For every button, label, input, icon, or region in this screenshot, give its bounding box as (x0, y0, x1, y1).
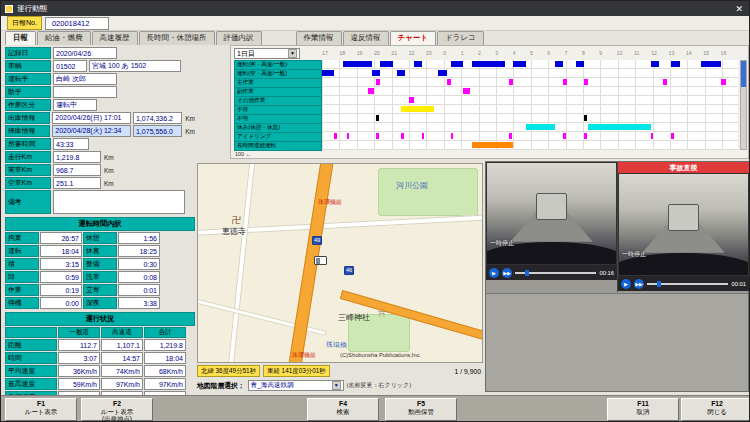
dt-value: 18:04 (40, 245, 82, 257)
operation-status-section-title: 運行状況 (5, 312, 195, 326)
video-before-frame[interactable]: 一時停止 (486, 162, 617, 265)
play-icon[interactable]: ▶ (489, 268, 499, 278)
form-row: 所要時間43:33 (5, 138, 195, 150)
unit-label: Km (103, 177, 114, 189)
ops-value: 97Km/h (101, 378, 143, 390)
field-value[interactable]: 1,074,336.2 (133, 112, 182, 124)
ops-value: 112.7 (58, 339, 100, 351)
dt-label: 洗車 (83, 271, 117, 283)
fk-button-f12[interactable]: F12閉じる (681, 398, 750, 421)
driving-time-table: 拘束26:57休憩1:56運転18:04休息18:25積3:15整備0:30卸0… (5, 232, 195, 309)
gantt-bar (401, 133, 403, 139)
fk-button-f2[interactable]: F2ルート表示(出発地点) (81, 398, 153, 421)
field-label: 走行Km (5, 151, 51, 163)
gantt-row: 長時間連続運転 (234, 141, 738, 150)
field-value[interactable]: 白崎 次郎 (53, 73, 117, 85)
field-value[interactable] (53, 86, 117, 98)
driving-time-row: 積3:15整備0:30 (5, 258, 195, 270)
dt-label: 卸 (5, 271, 39, 283)
video-after-frame[interactable]: 一時停止 (618, 173, 749, 276)
ops-row: 最高速度59Km/h97Km/h97Km/h (5, 378, 195, 390)
dt-label: 立寄 (83, 284, 117, 296)
fk-button-f5[interactable]: F5動画保管 (385, 398, 457, 421)
tab-ドラレコ[interactable]: ドラレコ (437, 31, 484, 45)
scrollbar-thumb[interactable] (741, 61, 746, 87)
tab-チャート[interactable]: チャート (390, 31, 437, 45)
day-selector-dropdown[interactable]: 1日目 ▼ (234, 48, 300, 59)
slider-thumb[interactable] (525, 270, 529, 276)
video-after-header: 事故直後 (618, 162, 749, 173)
tab-日報[interactable]: 日報 (5, 31, 36, 45)
hour-tick: 11 (634, 50, 651, 58)
play-icon[interactable]: ▶ (621, 279, 631, 289)
dt-label: 運転 (5, 245, 39, 257)
ops-header: 一般道 (58, 327, 100, 338)
skip-icon[interactable]: ▶▶ (502, 268, 512, 278)
skip-icon[interactable]: ▶▶ (634, 279, 644, 289)
field-value[interactable]: 宮城 100 あ 1502 (89, 60, 181, 72)
slider-thumb[interactable] (657, 281, 661, 287)
hour-tick: 1 (461, 50, 478, 58)
chart-scrollbar[interactable] (740, 60, 747, 150)
field-value[interactable]: 43:33 (53, 138, 89, 150)
route-number-badge: 46 (344, 266, 354, 275)
field-label: 運転手 (5, 73, 51, 85)
unit-label: Km (103, 164, 114, 176)
field-value[interactable] (53, 190, 185, 214)
ops-value: 97Km/h (144, 378, 186, 390)
close-icon[interactable]: ✕ (731, 4, 747, 14)
map-layer-dropdown[interactable]: 青_海高速鉄調 ▼ (248, 380, 344, 391)
gantt-bar (576, 61, 584, 67)
map-view[interactable]: 河川公園卍恵徳寺珠環橋前三峰神社⛩珠環橋珠環橋前4946 (C)Shobunsh… (197, 163, 483, 363)
day-selector-value: 1日目 (237, 49, 255, 59)
gantt-bar (671, 61, 679, 67)
driving-time-row: 作業0:19立寄0:01 (5, 284, 195, 296)
report-number-field[interactable]: 020018412 (45, 17, 109, 30)
tab-作業情報[interactable]: 作業情報 (296, 31, 342, 45)
fk-button-f1[interactable]: F1ルート表示 (5, 398, 77, 421)
field-value[interactable]: 2020/04/26(日) 17:01 (52, 112, 131, 124)
vehicle-marker[interactable] (314, 256, 327, 265)
gantt-bar (721, 79, 725, 85)
gantt-bar (343, 61, 372, 67)
field-value[interactable]: 運転中 (53, 99, 97, 111)
map-label: 珠環橋 (326, 340, 347, 350)
field-value[interactable]: 01502 (53, 60, 87, 72)
tab-違反情報[interactable]: 違反情報 (343, 31, 389, 45)
hour-tick: 7 (565, 50, 582, 58)
hour-tick: 22 (409, 50, 426, 58)
gantt-bar (451, 61, 463, 67)
fk-label: 動画保管 (386, 408, 456, 415)
field-value[interactable]: 968.7 (53, 164, 101, 176)
fk-button-f4[interactable]: F4検索 (307, 398, 379, 421)
ops-label: 平均速度 (5, 365, 57, 377)
field-value[interactable]: 1,219.8 (53, 151, 101, 163)
tab-高速履歴[interactable]: 高速履歴 (92, 31, 138, 45)
video-seek-slider[interactable] (647, 283, 728, 285)
form-row: 帰庫情報2020/04/28(火) 12:341,075,556.0Km (5, 125, 195, 137)
map-park-area (378, 168, 478, 216)
video-seek-slider[interactable] (515, 272, 596, 274)
dt-value: 3:15 (40, 258, 82, 270)
tab-評価内訳[interactable]: 評価内訳 (216, 31, 262, 45)
field-value[interactable]: 2020/04/28(火) 12:34 (52, 125, 131, 137)
gantt-bar (651, 61, 659, 67)
gantt-row: 不明 (234, 114, 738, 123)
gantt-bar (380, 61, 392, 67)
video-after-incident: 事故直後 一時停止 ▶ ▶▶ 00:01 (618, 162, 749, 292)
gantt-track (322, 87, 738, 96)
ops-header: 合計 (144, 327, 186, 338)
field-value[interactable]: 2020/04/26 (53, 47, 117, 59)
form-row: 出庫情報2020/04/26(日) 17:011,074,336.2Km (5, 112, 195, 124)
field-value[interactable]: 1,075,556.0 (133, 125, 182, 137)
tab-長時間・休憩場所[interactable]: 長時間・休憩場所 (139, 31, 215, 45)
fk-button-f11[interactable]: F11取消 (607, 398, 679, 421)
gantt-row: 休み(休憩・休息) (234, 123, 738, 132)
driving-time-row: 卸0:59洗車0:08 (5, 271, 195, 283)
chevron-down-icon: ▼ (332, 381, 341, 390)
gantt-bar (509, 79, 513, 85)
tab-給油・燃費[interactable]: 給油・燃費 (37, 31, 91, 45)
video-overlay-text: 一時停止 (622, 250, 646, 259)
gantt-bar (472, 61, 505, 67)
field-value[interactable]: 251.1 (53, 177, 101, 189)
